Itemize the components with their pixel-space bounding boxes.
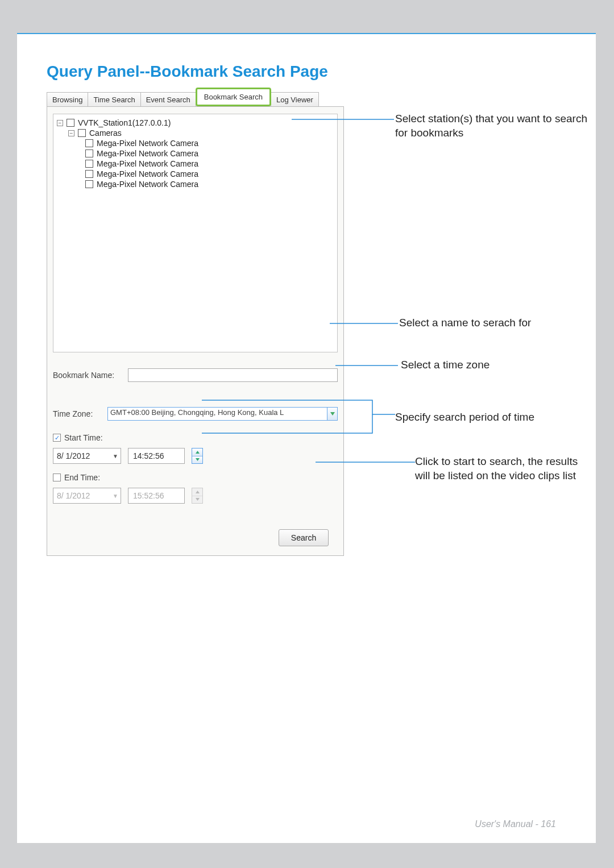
panel-body: − VVTK_Station1(127.0.0.1) − Cameras Meg…: [47, 107, 344, 556]
callout-period: Specify search period of time: [395, 410, 583, 425]
svg-marker-4: [196, 498, 200, 501]
station-tree[interactable]: − VVTK_Station1(127.0.0.1) − Cameras Meg…: [53, 114, 338, 352]
end-time-spinner: [192, 488, 203, 504]
svg-marker-1: [196, 451, 200, 454]
start-date-field[interactable]: 8/ 1/2012 ▼: [53, 448, 121, 464]
timezone-value: GMT+08:00 Beijing, Chongqing, Hong Kong,…: [110, 408, 284, 417]
search-button[interactable]: Search: [279, 529, 329, 546]
checkbox-camera[interactable]: [85, 139, 93, 147]
end-time-check-row: End Time:: [53, 473, 338, 482]
start-date-value: 8/ 1/2012: [57, 451, 90, 460]
bookmark-name-label: Bookmark Name:: [53, 371, 121, 380]
tree-camera-label: Mega-Pixel Network Camera: [97, 169, 198, 178]
tree-camera-label: Mega-Pixel Network Camera: [97, 180, 198, 189]
callout-search: Click to start to search, the results wi…: [415, 455, 591, 483]
checkbox-cameras[interactable]: [78, 129, 86, 137]
tree-camera-row[interactable]: Mega-Pixel Network Camera: [57, 159, 334, 169]
spin-down-icon: [192, 496, 202, 504]
tree-cameras-row[interactable]: − Cameras: [57, 128, 334, 138]
tree-camera-row[interactable]: Mega-Pixel Network Camera: [57, 138, 334, 148]
start-time-label: Start Time:: [64, 433, 103, 442]
bookmark-name-input[interactable]: [128, 368, 338, 382]
timezone-label: Time Zone:: [53, 409, 101, 418]
tree-camera-row[interactable]: Mega-Pixel Network Camera: [57, 148, 334, 159]
start-datetime-row: 8/ 1/2012 ▼ 14:52:56: [53, 448, 338, 464]
bookmark-name-row: Bookmark Name:: [53, 368, 338, 382]
tree-cameras-label: Cameras: [89, 128, 122, 138]
checkbox-station[interactable]: [67, 119, 74, 127]
end-date-value: 8/ 1/2012: [57, 491, 90, 500]
start-time-spinner[interactable]: [192, 448, 203, 464]
tree-station-row[interactable]: − VVTK_Station1(127.0.0.1): [57, 118, 334, 128]
end-datetime-row: 8/ 1/2012 ▼ 15:52:56: [53, 488, 338, 504]
svg-marker-3: [196, 491, 200, 493]
tab-event-search[interactable]: Event Search: [140, 92, 196, 106]
checkbox-end-time[interactable]: [53, 474, 61, 481]
start-time-field[interactable]: 14:52:56: [128, 448, 185, 464]
end-time-label: End Time:: [64, 473, 100, 482]
tree-station-label: VVTK_Station1(127.0.0.1): [78, 118, 171, 127]
end-date-field[interactable]: 8/ 1/2012 ▼: [53, 488, 121, 504]
tab-browsing[interactable]: Browsing: [47, 92, 88, 106]
page-title: Query Panel--Bookmark Search Page: [47, 63, 328, 81]
svg-marker-0: [330, 412, 335, 416]
tree-camera-row[interactable]: Mega-Pixel Network Camera: [57, 169, 334, 179]
query-panel: Browsing Time Search Event Search Bookma…: [47, 90, 344, 556]
svg-marker-2: [196, 458, 200, 461]
checkbox-camera[interactable]: [85, 170, 93, 178]
checkbox-camera[interactable]: [85, 149, 93, 157]
chevron-down-icon[interactable]: ▼: [113, 493, 118, 499]
tab-time-search[interactable]: Time Search: [88, 92, 140, 106]
tab-log-viewer[interactable]: Log Viewer: [271, 92, 319, 106]
expand-icon[interactable]: −: [68, 130, 74, 136]
spin-down-icon[interactable]: [192, 456, 202, 464]
callout-name: Select a name to serach for: [399, 316, 587, 330]
checkbox-camera[interactable]: [85, 180, 93, 188]
expand-icon[interactable]: −: [57, 120, 63, 126]
tree-camera-label: Mega-Pixel Network Camera: [97, 159, 198, 168]
start-time-value: 14:52:56: [133, 451, 164, 460]
checkbox-camera[interactable]: [85, 160, 93, 168]
dropdown-icon[interactable]: [327, 408, 337, 420]
spin-up-icon: [192, 488, 202, 496]
page-container: Query Panel--Bookmark Search Page Browsi…: [17, 33, 596, 843]
tree-camera-label: Mega-Pixel Network Camera: [97, 139, 198, 148]
chevron-down-icon[interactable]: ▼: [113, 453, 118, 459]
start-time-check-row: ✓ Start Time:: [53, 433, 338, 442]
spin-up-icon[interactable]: [192, 448, 202, 456]
timezone-row: Time Zone: GMT+08:00 Beijing, Chongqing,…: [53, 407, 338, 421]
page-footer: User's Manual - 161: [475, 819, 556, 829]
callout-timezone: Select a time zone: [401, 358, 588, 372]
tree-camera-label: Mega-Pixel Network Camera: [97, 149, 198, 158]
timezone-select[interactable]: GMT+08:00 Beijing, Chongqing, Hong Kong,…: [107, 407, 338, 421]
callout-stations: Select station(s) that you want to searc…: [395, 112, 588, 140]
end-time-field[interactable]: 15:52:56: [128, 488, 185, 504]
checkbox-start-time[interactable]: ✓: [53, 434, 61, 442]
tab-bookmark-search[interactable]: Bookmark Search: [196, 88, 271, 106]
end-time-value: 15:52:56: [133, 491, 164, 500]
tab-bar: Browsing Time Search Event Search Bookma…: [47, 90, 344, 107]
tree-camera-row[interactable]: Mega-Pixel Network Camera: [57, 179, 334, 189]
